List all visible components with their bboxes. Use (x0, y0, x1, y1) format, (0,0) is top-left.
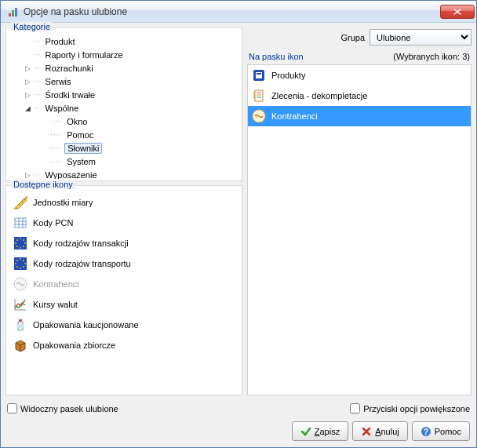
categories-panel: Kategorie ··Produkt··Raporty i formularz… (5, 27, 242, 181)
svg-point-25 (24, 263, 26, 264)
group-select[interactable]: Ulubione (370, 29, 472, 46)
available-item-label: Jednostki miary (33, 198, 93, 207)
visible-bar-checkbox[interactable]: Widoczny pasek ulubione (7, 403, 118, 413)
close-button[interactable] (440, 5, 475, 19)
visible-bar-input[interactable] (7, 403, 17, 413)
svg-point-15 (15, 242, 16, 244)
available-item-label: Kody rodzajów transakcji (33, 239, 129, 248)
tree-node[interactable]: ▷··Wyposażenie (9, 168, 238, 179)
available-item[interactable]: Kody PCN (9, 213, 238, 233)
svg-point-24 (15, 263, 16, 264)
tree-node-label: System (64, 157, 98, 166)
save-button[interactable]: Zapisz (292, 421, 348, 441)
svg-point-22 (20, 258, 21, 260)
tree-node[interactable]: ··Raporty i formularze (9, 48, 238, 61)
categories-tree[interactable]: ··Produkt··Raporty i formularze▷··Rozrac… (8, 33, 240, 179)
tree-node-label: Wyposażenie (43, 170, 100, 180)
svg-point-23 (20, 268, 21, 269)
available-item[interactable]: Kontrahenci (9, 274, 238, 294)
grid-icon (13, 215, 28, 231)
hands-small-icon (13, 276, 28, 292)
onbar-item[interactable]: Kontrahenci (248, 106, 471, 126)
enlarged-opts-input[interactable] (350, 403, 360, 413)
tree-node-label: Rozrachunki (43, 64, 96, 73)
available-item[interactable]: Kody rodzajów transportu (9, 253, 238, 274)
help-icon: ? (421, 426, 431, 437)
group-label: Grupa (340, 33, 365, 42)
svg-point-27 (23, 260, 24, 261)
tree-node-label: Pomoc (64, 130, 96, 140)
categories-label: Kategorie (11, 22, 53, 31)
available-item[interactable]: Jednostki miary (9, 192, 238, 213)
svg-rect-38 (255, 90, 263, 101)
svg-point-16 (24, 242, 26, 244)
bottle-icon (13, 317, 28, 333)
enlarged-opts-checkbox[interactable]: Przyciski opcji powiększone (350, 403, 470, 413)
product-icon (251, 67, 267, 83)
svg-rect-37 (257, 73, 261, 75)
tree-node[interactable]: ····Okno (9, 115, 238, 128)
svg-point-29 (23, 266, 24, 268)
tree-node-label: Serwis (43, 77, 74, 86)
chart-icon (13, 297, 28, 312)
check-icon (300, 426, 311, 437)
app-icon (7, 5, 20, 18)
available-item-label: Kody rodzajów transportu (33, 259, 131, 268)
available-item[interactable]: Opakowania kaucjonowane (9, 315, 238, 335)
tree-node[interactable]: ◢··Wspólne (9, 101, 238, 115)
x-icon (361, 426, 372, 437)
svg-point-19 (16, 246, 18, 247)
available-list[interactable]: Jednostki miaryKody PCNKody rodzajów tra… (8, 191, 240, 393)
svg-point-20 (23, 246, 24, 247)
cancel-button[interactable]: Anuluj (352, 421, 408, 441)
eu-icon (13, 235, 28, 251)
orders-icon (251, 88, 267, 104)
tree-node[interactable]: ··Produkt (9, 35, 238, 48)
eu-icon (13, 256, 28, 271)
tree-node-label: Raporty i formularze (43, 50, 126, 60)
onbar-item-label: Produkty (271, 71, 305, 80)
on-bar-label: Na pasku ikon (249, 52, 304, 61)
group-row: Grupa Ulubione (247, 27, 472, 50)
tree-node[interactable]: ····System (9, 155, 238, 168)
available-item-label: Opakowania zbiorcze (33, 341, 115, 350)
on-bar-list[interactable]: ProduktyZlecenia - dekompletacjeKontrahe… (247, 64, 472, 395)
available-item-label: Kody PCN (33, 218, 73, 228)
chevron-down-icon: ◢ (24, 104, 32, 112)
available-item-label: Kontrahenci (33, 279, 79, 289)
svg-point-17 (16, 239, 18, 241)
tree-node-label: Wspólne (43, 104, 82, 113)
svg-rect-34 (18, 325, 23, 328)
tree-node-label: Produkt (43, 37, 78, 46)
svg-rect-7 (15, 218, 26, 228)
tree-node-label: Okno (64, 117, 89, 126)
available-item-label: Kursy walut (33, 300, 78, 309)
chevron-right-icon: ▷ (24, 170, 32, 179)
available-item-label: Opakowania kaucjonowane (33, 320, 139, 330)
hands-icon (251, 108, 267, 124)
help-button[interactable]: ? Pomoc (412, 421, 470, 441)
available-label: Dostępne ikony (11, 180, 75, 189)
available-panel: Dostępne ikony Jednostki miaryKody PCNKo… (5, 185, 242, 395)
ruler-icon (13, 195, 28, 210)
tree-node[interactable]: ▷··Serwis (9, 75, 238, 88)
onbar-item[interactable]: Zlecenia - dekompletacje (248, 86, 471, 106)
tree-node-label: Słowniki (64, 143, 102, 154)
svg-rect-2 (15, 8, 17, 16)
box-icon (13, 337, 28, 353)
chevron-right-icon: ▷ (24, 90, 32, 99)
available-item[interactable]: Kody rodzajów transakcji (9, 233, 238, 253)
chevron-right-icon: ▷ (24, 77, 32, 86)
svg-point-14 (20, 247, 21, 249)
onbar-item[interactable]: Produkty (248, 65, 471, 86)
svg-rect-0 (9, 13, 11, 16)
svg-marker-3 (14, 196, 27, 209)
onbar-item-label: Kontrahenci (271, 111, 318, 121)
available-item[interactable]: Kursy walut (9, 294, 238, 315)
tree-node[interactable]: ····Pomoc (9, 128, 238, 141)
tree-node[interactable]: ····Słowniki (9, 141, 238, 155)
tree-node[interactable]: ▷··Rozrachunki (9, 61, 238, 75)
tree-node[interactable]: ▷··Środki trwałe (9, 88, 238, 101)
available-item[interactable]: Opakowania zbiorcze (9, 335, 238, 355)
titlebar: Opcje na pasku ulubione (1, 1, 476, 23)
